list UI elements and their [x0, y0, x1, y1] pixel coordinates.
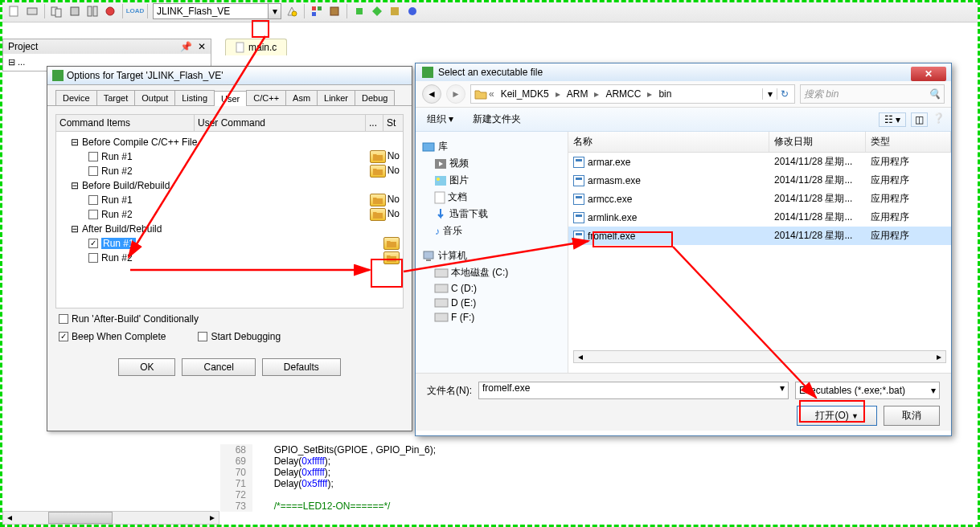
sidebar-drive-c[interactable]: 本地磁盘 (C:) — [419, 264, 564, 281]
help-icon[interactable]: ❔ — [933, 112, 945, 127]
browse-button[interactable] — [370, 208, 386, 221]
browse-button[interactable] — [383, 251, 400, 264]
horizontal-scrollbar[interactable]: ◂ ▸ — [2, 511, 219, 525]
checkbox-bb-run1[interactable] — [88, 195, 98, 205]
file-row[interactable]: armasm.exe2014/11/28 星期...应用程序 — [568, 171, 951, 190]
sidebar-video[interactable]: 视频 — [419, 155, 564, 172]
sidebar-drive-f[interactable]: F (F:) — [419, 310, 564, 325]
file-row[interactable]: armcc.exe2014/11/28 星期...应用程序 — [568, 190, 951, 208]
sidebar-drive-d[interactable]: C (D:) — [419, 281, 564, 296]
pack-icon[interactable] — [352, 4, 367, 18]
file-filter-combo[interactable]: Executables (*.exe;*.bat)▾ — [795, 382, 940, 399]
preview-button[interactable]: ◫ — [911, 112, 928, 127]
svg-marker-14 — [372, 6, 382, 16]
header-name[interactable]: 名称 — [568, 132, 769, 152]
tab-target[interactable]: Target — [96, 90, 136, 105]
bc-armcc[interactable]: ARMCC — [601, 85, 646, 103]
svg-rect-0 — [10, 6, 18, 16]
tab-linker[interactable]: Linker — [317, 90, 355, 105]
checkbox-ab-run2[interactable] — [88, 253, 98, 263]
code-editor[interactable]: 68 GPIO_SetBits(GPIOE , GPIO_Pin_6);69 D… — [220, 444, 978, 525]
manage-icon[interactable] — [310, 4, 324, 18]
pin-icon[interactable]: 📌 — [180, 41, 192, 52]
before-compile-node[interactable]: Before Compile C/C++ File — [82, 137, 197, 148]
build-icon[interactable] — [25, 4, 39, 18]
before-build-node[interactable]: Before Build/Rebuild — [82, 180, 170, 191]
after-build-node[interactable]: After Build/Rebuild — [82, 223, 162, 235]
tab-asm[interactable]: Asm — [285, 90, 318, 105]
svg-rect-23 — [435, 176, 446, 186]
breadcrumb[interactable]: « Keil_MDK5▸ ARM▸ ARMCC▸ bin ▾ ↻ — [470, 84, 795, 104]
cancel-button[interactable]: Cancel — [182, 358, 255, 376]
checkbox-ab-run1[interactable] — [88, 239, 98, 248]
chevron-down-icon[interactable]: ▾ — [762, 88, 777, 100]
browse-button[interactable] — [370, 165, 386, 178]
beep-check[interactable]: Beep When Complete — [59, 331, 166, 342]
ok-button[interactable]: OK — [118, 358, 175, 376]
close-button[interactable]: ✕ — [911, 67, 946, 81]
batch-icon[interactable] — [85, 4, 100, 18]
rebuild-icon[interactable] — [68, 4, 82, 18]
load-icon[interactable]: LOAD — [128, 4, 142, 18]
tab-debug[interactable]: Debug — [355, 90, 395, 105]
sidebar-drive-e[interactable]: D (E:) — [419, 296, 564, 310]
browse-button[interactable] — [370, 194, 386, 206]
browse-button[interactable] — [370, 150, 386, 163]
refresh-icon[interactable]: ↻ — [777, 88, 791, 100]
organize-button[interactable]: 组织 ▾ — [422, 111, 458, 128]
tab-user[interactable]: User — [214, 91, 247, 106]
file-row[interactable]: armlink.exe2014/11/28 星期...应用程序 — [568, 208, 951, 227]
bc-bin[interactable]: bin — [654, 85, 676, 103]
defaults-button[interactable]: Defaults — [262, 358, 341, 376]
bc-keil[interactable]: Keil_MDK5 — [496, 85, 554, 103]
ab-run2-label: Run #2 — [101, 252, 133, 264]
bc-arm[interactable]: ARM — [562, 85, 593, 103]
debug-icon[interactable] — [405, 4, 420, 18]
checkbox-bc-run1[interactable] — [88, 152, 98, 161]
view-button[interactable]: ☷ ▾ — [879, 112, 906, 127]
sidebar-music[interactable]: ♪音乐 — [419, 223, 564, 239]
back-button[interactable]: ◄ — [422, 84, 441, 104]
start-debug-check[interactable]: Start Debugging — [198, 331, 281, 342]
rte-icon[interactable] — [370, 4, 384, 18]
sidebar-documents[interactable]: 文档 — [419, 189, 564, 206]
search-input[interactable]: 搜索 bin 🔍 — [800, 84, 945, 104]
open-button[interactable]: 打开(O) ▼ — [797, 406, 877, 426]
header-type[interactable]: 类型 — [866, 132, 951, 152]
header-status: St — [383, 115, 403, 131]
target-name: JLINK_Flash_VE — [157, 6, 230, 17]
sidebar-computer[interactable]: 计算机 — [419, 247, 564, 264]
build-all-icon[interactable] — [50, 4, 64, 18]
forward-button[interactable]: ► — [446, 84, 465, 104]
cancel-button[interactable]: 取消 — [884, 406, 940, 426]
exe-icon — [573, 212, 584, 223]
new-folder-button[interactable]: 新建文件夹 — [468, 111, 526, 128]
tab-output[interactable]: Output — [134, 90, 175, 105]
scroll-left-icon[interactable]: ◂ — [574, 351, 587, 362]
file-row[interactable]: armar.exe2014/11/28 星期...应用程序 — [568, 153, 951, 171]
tab-cpp[interactable]: C/C++ — [246, 90, 286, 105]
checkbox-bb-run2[interactable] — [88, 210, 98, 219]
scroll-right-icon[interactable]: ▸ — [933, 351, 945, 362]
sidebar-xunlei[interactable]: 迅雷下载 — [419, 206, 564, 223]
filename-input[interactable]: fromelf.exe▾ — [478, 382, 789, 399]
file-row[interactable]: fromelf.exe2014/11/28 星期...应用程序 — [568, 227, 951, 245]
scrollbar-thumb[interactable] — [48, 512, 113, 524]
books-icon[interactable] — [327, 4, 342, 18]
close-icon[interactable]: ✕ — [198, 41, 206, 52]
tab-device[interactable]: Device — [55, 90, 97, 105]
event-icon[interactable] — [387, 4, 402, 18]
browse-after-run1-button[interactable] — [383, 237, 400, 250]
target-select-combo[interactable]: JLINK_Flash_VE ▾ — [153, 3, 281, 19]
chevron-down-icon[interactable]: ▾ — [268, 4, 281, 18]
file-icon[interactable] — [7, 4, 22, 18]
header-date[interactable]: 修改日期 — [769, 132, 866, 152]
sidebar-pictures[interactable]: 图片 — [419, 172, 564, 189]
checkbox-bc-run2[interactable] — [88, 166, 98, 176]
tab-listing[interactable]: Listing — [174, 90, 215, 105]
options-button[interactable] — [285, 4, 299, 18]
tab-main-c[interactable]: main.c — [225, 39, 287, 55]
sidebar-libraries[interactable]: 库 — [419, 138, 564, 155]
after-build-conditional-check[interactable]: Run 'After-Build' Conditionally — [59, 313, 400, 325]
stop-build-icon[interactable] — [103, 4, 117, 18]
